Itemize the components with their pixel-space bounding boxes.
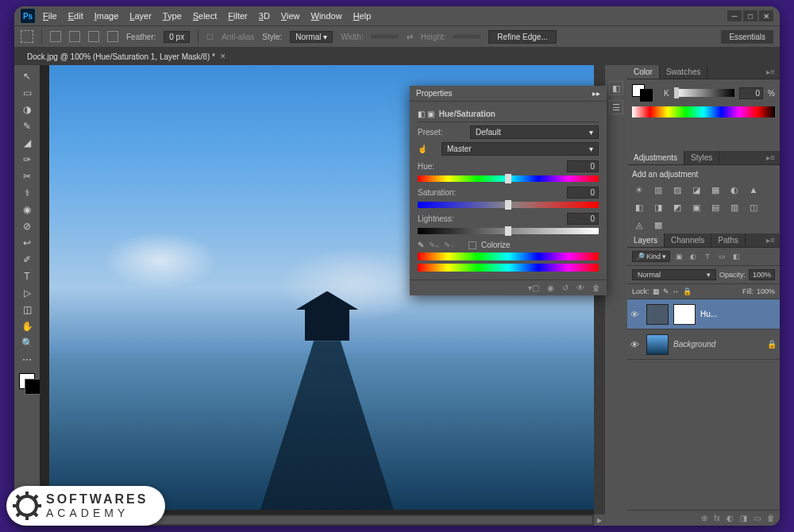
link-layers-icon[interactable]: ⊕ xyxy=(701,514,707,522)
properties-tab[interactable]: Properties xyxy=(416,89,453,98)
filter-adjust-icon[interactable]: ◐ xyxy=(688,251,699,262)
workspace-essentials-button[interactable]: Essentials xyxy=(721,30,773,44)
menu-edit[interactable]: Edit xyxy=(68,11,83,21)
reset-icon[interactable]: ↺ xyxy=(562,283,569,292)
menu-filter[interactable]: Filter xyxy=(228,11,247,21)
eyedropper-tool[interactable]: ✑ xyxy=(18,152,36,168)
eyedropper-minus-icon[interactable]: ✎₋ xyxy=(444,241,454,249)
adj-lookup-icon[interactable]: ▣ xyxy=(689,201,703,214)
hue-value[interactable]: 0 xyxy=(567,160,599,172)
lock-pixels-icon[interactable]: ✎ xyxy=(663,287,669,295)
adj-photo-icon[interactable]: ◨ xyxy=(651,201,665,214)
fx-icon[interactable]: fx xyxy=(714,514,720,522)
close-tab-icon[interactable]: ✕ xyxy=(220,52,226,60)
k-slider[interactable] xyxy=(674,89,734,97)
tab-color[interactable]: Color xyxy=(627,65,660,79)
trash-icon[interactable]: 🗑 xyxy=(592,283,600,292)
antialias-checkbox[interactable]: ☐ xyxy=(206,33,214,41)
hue-slider[interactable] xyxy=(418,175,599,182)
selection-intersect-icon[interactable] xyxy=(107,31,118,42)
panel-menu-icon[interactable]: ▸≡ xyxy=(761,233,780,247)
finger-icon[interactable]: ☝ xyxy=(418,145,437,153)
info-panel-icon[interactable]: ☰ xyxy=(609,100,623,114)
menu-view[interactable]: View xyxy=(281,11,300,21)
mask-icon[interactable]: ◐ xyxy=(727,514,734,522)
panel-menu-icon[interactable]: ▸≡ xyxy=(761,65,780,79)
refine-edge-button[interactable]: Refine Edge... xyxy=(488,30,556,44)
menu-image[interactable]: Image xyxy=(94,11,119,21)
selection-new-icon[interactable] xyxy=(50,31,61,42)
marquee-tool-icon[interactable] xyxy=(21,30,33,43)
adj-colorbal-icon[interactable]: ▲ xyxy=(746,183,761,196)
maximize-button[interactable]: □ xyxy=(743,10,757,21)
zoom-tool[interactable]: 🔍 xyxy=(18,335,36,351)
preset-dropdown[interactable]: Default▾ xyxy=(470,125,599,139)
color-ramp[interactable] xyxy=(632,106,775,118)
eraser-tool[interactable]: ↩ xyxy=(18,235,36,251)
adj-brightness-icon[interactable]: ☀ xyxy=(632,183,646,196)
colorize-checkbox[interactable] xyxy=(468,241,476,249)
wand-tool[interactable]: ✎ xyxy=(18,118,36,134)
menu-file[interactable]: File xyxy=(43,11,57,21)
lasso-tool[interactable]: ◑ xyxy=(18,102,36,118)
selection-subtract-icon[interactable] xyxy=(88,31,99,42)
adj-invert-icon[interactable]: ▤ xyxy=(708,201,723,214)
filter-shape-icon[interactable]: ▭ xyxy=(716,251,727,262)
filter-smart-icon[interactable]: ◧ xyxy=(730,251,742,262)
feather-input[interactable]: 0 px xyxy=(164,31,190,43)
adj-selcolor-icon[interactable]: ▩ xyxy=(651,218,665,231)
adj-exposure-icon[interactable]: ◪ xyxy=(689,183,703,196)
menu-select[interactable]: Select xyxy=(193,11,218,21)
layer-name[interactable]: Hu... xyxy=(700,310,777,318)
k-value[interactable]: 0 xyxy=(739,87,763,99)
stamp-tool[interactable]: ◉ xyxy=(18,202,36,218)
menu-3d[interactable]: 3D xyxy=(259,11,270,21)
lock-position-icon[interactable]: ↔ xyxy=(673,287,680,295)
document-tab[interactable]: Dock.jpg @ 100% (Hue/Saturation 1, Layer… xyxy=(21,50,233,64)
crop-tool[interactable]: ◢ xyxy=(18,135,36,151)
prev-state-icon[interactable]: ◉ xyxy=(547,283,554,292)
scroll-right-icon[interactable]: ▶ xyxy=(594,515,605,526)
filter-pixel-icon[interactable]: ▣ xyxy=(673,251,684,262)
path-tool[interactable]: ▷ xyxy=(18,285,36,301)
adj-threshold-icon[interactable]: ◫ xyxy=(746,201,761,214)
visibility-icon[interactable]: 👁 xyxy=(630,310,642,319)
adj-curves-icon[interactable]: ▨ xyxy=(670,183,684,196)
heal-tool[interactable]: ✂ xyxy=(18,168,36,184)
adj-levels-icon[interactable]: ▥ xyxy=(651,183,665,196)
adjustment-layer-icon[interactable]: ◨ xyxy=(740,514,747,522)
more-tools[interactable]: ⋯ xyxy=(18,352,36,368)
visibility-toggle-icon[interactable]: 👁 xyxy=(576,283,584,292)
layer-kind-dropdown[interactable]: 🔎 Kind ▾ xyxy=(632,251,670,262)
collapse-icon[interactable]: ▸▸ xyxy=(592,89,600,98)
type-tool[interactable]: T xyxy=(18,268,36,284)
eyedropper-icon[interactable]: ✎ xyxy=(418,241,424,249)
adj-vibrance-icon[interactable]: ▦ xyxy=(708,183,723,196)
foreground-background-swatch[interactable] xyxy=(19,373,35,389)
adj-gradmap-icon[interactable]: ◬ xyxy=(632,218,646,231)
history-brush-tool[interactable]: ⊘ xyxy=(18,218,36,234)
visibility-icon[interactable]: 👁 xyxy=(630,340,642,349)
delete-layer-icon[interactable]: 🗑 xyxy=(767,514,775,522)
lightness-value[interactable]: 0 xyxy=(567,213,599,225)
adj-mixer-icon[interactable]: ◩ xyxy=(670,201,684,214)
brush-tool[interactable]: ⚕ xyxy=(18,185,36,201)
blend-mode-dropdown[interactable]: Normal▾ xyxy=(632,269,716,280)
gradient-tool[interactable]: ✐ xyxy=(18,252,36,268)
close-button[interactable]: ✕ xyxy=(759,10,773,21)
fill-input[interactable]: 100% xyxy=(757,287,775,295)
menu-window[interactable]: Window xyxy=(311,11,342,21)
style-dropdown[interactable]: Normal ▾ xyxy=(290,31,333,43)
clip-icon[interactable]: ▾▢ xyxy=(528,283,539,292)
lock-transparent-icon[interactable]: ▦ xyxy=(653,287,660,295)
saturation-value[interactable]: 0 xyxy=(567,187,599,199)
marquee-tool[interactable]: ▭ xyxy=(18,85,36,101)
menu-type[interactable]: Type xyxy=(163,11,182,21)
histogram-panel-icon[interactable]: ◧ xyxy=(609,81,623,95)
new-layer-icon[interactable]: ▭ xyxy=(754,514,761,522)
tab-styles[interactable]: Styles xyxy=(684,151,719,164)
panel-menu-icon[interactable]: ▸≡ xyxy=(761,151,780,164)
tab-layers[interactable]: Layers xyxy=(627,233,665,247)
filter-type-icon[interactable]: T xyxy=(702,251,713,262)
shape-tool[interactable]: ◫ xyxy=(18,302,36,318)
